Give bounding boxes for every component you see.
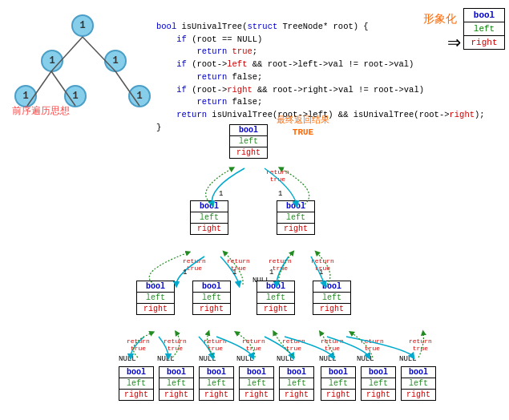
- symbol-row-right: right: [464, 36, 504, 49]
- ret-true-rl: returntrue: [269, 258, 292, 273]
- symbol-box: bool left right: [463, 8, 505, 50]
- ret-true-rr-l: returntrue: [361, 338, 384, 353]
- null-rr-l: NULL: [357, 355, 374, 363]
- null-ll-l: NULL: [119, 355, 136, 363]
- call-box-b5: bool left right: [279, 366, 314, 401]
- tree-node-left: 1: [41, 50, 63, 72]
- label-preorder: 前序遍历思想: [12, 104, 70, 118]
- call-box-b1: bool left right: [119, 366, 154, 401]
- null-lr-l: NULL: [199, 355, 216, 363]
- ret-true-ll-l: returntrue: [127, 338, 150, 353]
- null-lr-r: NULL: [236, 355, 254, 363]
- null-rl-l: NULL: [277, 355, 294, 363]
- tree-node-right: 1: [104, 50, 127, 72]
- call-box-root: bool left right: [229, 124, 268, 159]
- result-text: 最终返回结果: [277, 115, 329, 125]
- ret-true-rr-r: returntrue: [409, 338, 432, 353]
- call-box-lr: bool left right: [192, 281, 231, 315]
- symbol-row-left: left: [464, 22, 504, 36]
- call-box-b8: bool left right: [401, 366, 436, 401]
- ret-true-rl-l: returntrue: [282, 338, 305, 353]
- call-box-r: bool left right: [277, 200, 315, 235]
- ret-true-root-left: returntrue: [266, 169, 289, 184]
- null-rr-r: NULL: [399, 355, 417, 363]
- tree-node-rr: 1: [128, 85, 151, 107]
- ret-true-rl-r: returntrue: [321, 338, 344, 353]
- label-result: 最终返回结果 TRUE: [277, 115, 329, 139]
- null-rl-r: NULL: [319, 355, 337, 363]
- arrow-icon: ⇒: [447, 28, 461, 55]
- call-box-b2: bool left right: [159, 366, 194, 401]
- ret-true-l: returntrue: [183, 258, 206, 273]
- svg-text:1: 1: [219, 190, 223, 198]
- ret-true-lr: returntrue: [227, 258, 250, 273]
- label-xiang: 形象化: [423, 12, 457, 26]
- ret-true-lr-l: returntrue: [204, 338, 227, 353]
- call-box-b7: bool left right: [361, 366, 396, 401]
- ret-true-rr: returntrue: [311, 258, 334, 273]
- call-box-rr: bool left right: [313, 281, 351, 315]
- ret-true-ll-r: returntrue: [164, 338, 187, 353]
- call-box-rl: bool left right: [257, 281, 295, 315]
- call-box-b6: bool left right: [321, 366, 356, 401]
- svg-text:1: 1: [278, 190, 282, 198]
- call-box-b4: bool left right: [239, 366, 274, 401]
- symbol-row-bool: bool: [464, 9, 504, 22]
- call-box-l: bool left right: [190, 200, 228, 235]
- call-box-ll: bool left right: [136, 281, 175, 315]
- call-box-b3: bool left right: [199, 366, 234, 401]
- ret-true-lr-r: returntrue: [242, 338, 265, 353]
- null-ll-r: NULL: [157, 355, 175, 363]
- tree-root: 1: [71, 14, 94, 37]
- result-true: TRUE: [293, 127, 313, 137]
